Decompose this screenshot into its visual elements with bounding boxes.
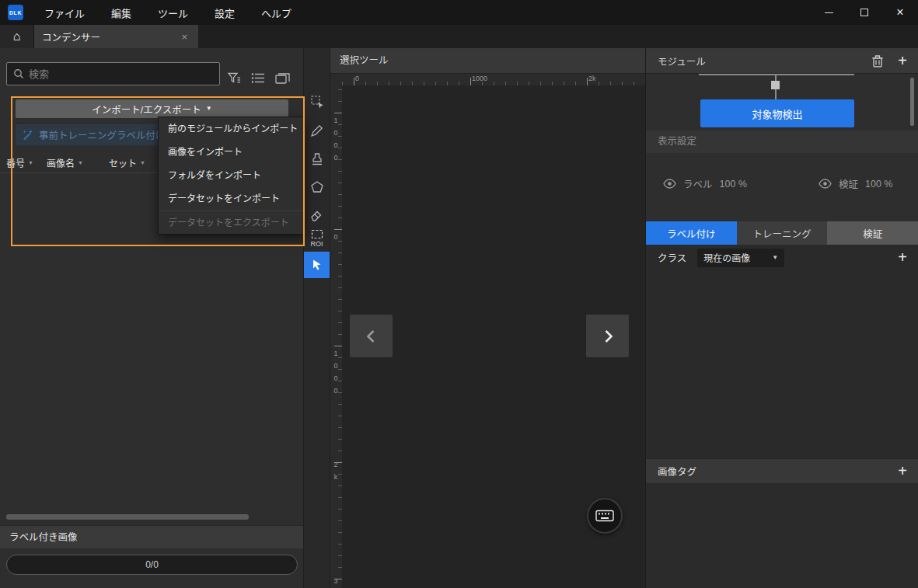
home-icon: ⌂ (13, 30, 21, 43)
stamp-tool[interactable] (306, 148, 328, 170)
validation-visibility-name: 検証 (839, 176, 858, 191)
ruler-mark: 2k (332, 461, 340, 485)
class-list-area (646, 270, 918, 458)
shortcut-keyboard-button[interactable] (587, 498, 623, 534)
class-section-header: クラス 現在の画像 ▼ (646, 245, 918, 270)
list-view-icon[interactable] (251, 72, 265, 84)
filter-caret-icon: ▼ (28, 160, 33, 165)
brush-icon (310, 124, 324, 137)
menu-file[interactable]: ファイル (31, 0, 98, 25)
pretrain-label: 事前トレーニングラベル付け (39, 127, 166, 142)
app-window: DLK ファイル 編集 ツール 設定 ヘルプ × ⌂ コンデンサー × (0, 0, 918, 588)
app-logo-icon: DLK (8, 5, 23, 20)
column-header-image-name[interactable]: 画像名 ▼ (47, 156, 109, 169)
object-detection-module-button[interactable]: 対象物検出 (700, 99, 854, 127)
menu-item-import-from-previous-module[interactable]: 前のモジュールからインポート (159, 117, 304, 141)
tab-close-icon[interactable]: × (178, 31, 190, 43)
previous-image-button[interactable] (350, 315, 393, 357)
title-bar: DLK ファイル 編集 ツール 設定 ヘルプ × (0, 0, 918, 25)
import-export-menu: 前のモジュールからインポート 画像をインポート フォルダをインポート データセッ… (158, 117, 305, 235)
caret-down-icon: ▼ (206, 106, 212, 112)
maximize-button[interactable] (846, 0, 882, 25)
image-tags-header: 画像タグ (646, 458, 918, 483)
import-export-button[interactable]: インポート/エクスポート ▼ (16, 99, 288, 118)
add-image-tag-button[interactable]: + (893, 461, 912, 481)
class-label: クラス (658, 250, 686, 265)
label-visibility-name: ラベル (683, 176, 713, 191)
menu-edit[interactable]: 編集 (98, 0, 145, 25)
maximize-icon (860, 9, 868, 16)
selection-cursor-icon (309, 258, 324, 273)
brush-tool[interactable] (306, 120, 328, 141)
chevron-left-icon (363, 328, 380, 345)
polygon-select-tool[interactable] (306, 91, 328, 113)
class-filter-dropdown[interactable]: 現在の画像 ▼ (697, 249, 784, 267)
ruler-corner (330, 74, 342, 85)
window-controls: × (811, 0, 918, 25)
next-image-button[interactable] (586, 315, 629, 357)
roi-tool[interactable]: ROI (304, 229, 330, 248)
filter-caret-icon: ▼ (78, 160, 83, 165)
selection-tool-active[interactable] (304, 252, 330, 278)
project-tab[interactable]: コンデンサー × (34, 25, 198, 48)
column-header-number[interactable]: 番号 ▼ (6, 156, 47, 169)
ruler-mark: 1000 (472, 75, 487, 82)
filter-icon[interactable] (227, 71, 241, 85)
tab-validation[interactable]: 検証 (827, 221, 918, 245)
menu-help[interactable]: ヘルプ (248, 0, 305, 25)
visibility-settings: ラベル 100 % 検証 100 % (646, 153, 918, 221)
horizontal-ruler: 0 1000 2k (342, 74, 645, 85)
column-header-set[interactable]: セット ▼ (109, 156, 163, 169)
delete-module-icon[interactable] (871, 54, 884, 68)
label-opacity-value[interactable]: 100 % (720, 179, 747, 190)
tab-labeling[interactable]: ラベル付け (646, 221, 737, 245)
eye-icon[interactable] (819, 179, 832, 189)
tab-bar: ⌂ コンデンサー × (0, 25, 918, 48)
horizontal-scrollbar-thumb[interactable] (6, 514, 249, 520)
menu-settings[interactable]: 設定 (201, 0, 248, 25)
ruler-mark: 3 (332, 577, 340, 588)
module-scrollbar-thumb[interactable] (910, 78, 914, 126)
gallery-view-icon[interactable] (275, 72, 290, 85)
import-export-label: インポート/エクスポート (92, 102, 201, 117)
eraser-icon (310, 208, 324, 222)
display-settings-header[interactable]: 表示設定 (646, 130, 918, 153)
module-flow-area: 対象物検出 (646, 74, 918, 130)
column-label: セット (109, 156, 137, 169)
minimize-button[interactable] (811, 0, 846, 25)
column-label: 画像名 (47, 156, 75, 169)
ruler-mark: 2k (588, 75, 596, 82)
polygon-shape-tool[interactable] (306, 176, 328, 198)
eraser-tool[interactable] (306, 204, 328, 226)
image-list-panel: インポート/エクスポート ▼ 事前トレーニングラベル付け 番号 ▼ 画像名 ▼ … (0, 48, 304, 588)
add-module-button[interactable]: + (893, 50, 912, 71)
module-connector-handle[interactable] (771, 81, 780, 89)
menu-item-import-folder[interactable]: フォルダをインポート (159, 164, 304, 187)
image-tags-label: 画像タグ (658, 464, 696, 478)
close-icon: × (896, 6, 903, 19)
module-connector-line (699, 74, 854, 75)
menu-item-import-dataset[interactable]: データセットをインポート (159, 187, 304, 210)
image-tags-area (646, 483, 918, 588)
close-button[interactable]: × (882, 0, 918, 25)
canvas-panel: 選択ツール 0 1000 2k 1000 0 1000 2k 3 (330, 48, 645, 588)
roi-label: ROI (310, 240, 323, 248)
progress-text: 0/0 (145, 559, 159, 570)
labeling-toolbar: ROI (304, 48, 330, 588)
validation-opacity-value[interactable]: 100 % (865, 179, 892, 190)
module-panel-title: モジュール (658, 54, 706, 68)
menu-bar: ファイル 編集 ツール 設定 ヘルプ (31, 0, 305, 25)
column-label: 番号 (6, 156, 25, 169)
menu-item-export-dataset: データセットをエクスポート (159, 210, 304, 234)
keyboard-icon (595, 508, 614, 524)
home-button[interactable]: ⌂ (0, 25, 34, 48)
search-input[interactable] (24, 68, 219, 80)
polygon-select-icon (310, 95, 325, 110)
menu-item-import-images[interactable]: 画像をインポート (159, 141, 304, 164)
menu-tools[interactable]: ツール (145, 0, 201, 25)
tab-training[interactable]: トレーニング (737, 221, 828, 245)
add-class-button[interactable]: + (893, 247, 912, 267)
label-visibility-row: ラベル 100 % (663, 176, 747, 191)
eye-icon[interactable] (663, 179, 676, 189)
search-icon (13, 68, 24, 79)
